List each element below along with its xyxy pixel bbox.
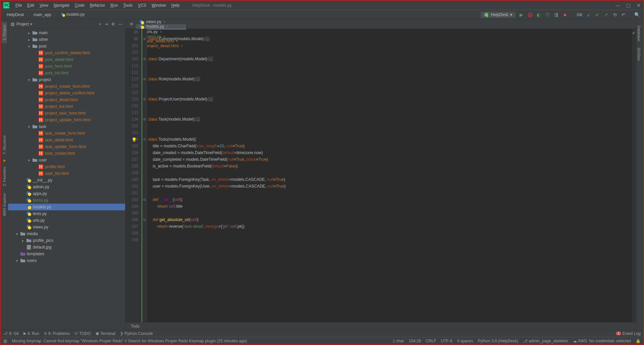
- sidebar-tab-database[interactable]: Database: [636, 23, 642, 44]
- sidebar-tab-favorites[interactable]: 2: Favorites: [2, 164, 7, 189]
- status-aws[interactable]: ☁ AWS: No credentials selected: [573, 339, 631, 343]
- status-interpreter[interactable]: Python 3.8 (HelpDesk): [478, 339, 519, 343]
- stop-icon[interactable]: ■: [562, 12, 568, 17]
- tree-node[interactable]: ▾user: [8, 157, 125, 163]
- tree-node[interactable]: apps.py: [8, 190, 125, 197]
- editor-tab[interactable]: views.py×: [136, 19, 186, 24]
- intention-bulb-icon[interactable]: 💡: [131, 137, 137, 142]
- menu-refactor[interactable]: Refactor: [87, 3, 108, 8]
- tab-close-icon[interactable]: ×: [163, 20, 165, 24]
- run-icon[interactable]: ▶: [518, 12, 524, 17]
- project-tree[interactable]: ▸main▸other▾postHpost_confirm_delete.htm…: [8, 29, 125, 330]
- crumb-file[interactable]: models.py: [58, 11, 88, 18]
- menu-file[interactable]: File: [13, 3, 24, 8]
- concurrent-icon[interactable]: ⇶: [553, 12, 559, 17]
- sidebar-tab-aws[interactable]: AWS Explorer: [2, 190, 7, 219]
- sidebar-tab-project[interactable]: 1: Project: [2, 22, 7, 43]
- tree-node[interactable]: ▾media: [8, 230, 125, 237]
- tree-node[interactable]: Hproject_create_form.html: [8, 83, 125, 90]
- tree-node[interactable]: ▸main: [8, 29, 125, 36]
- tool-run[interactable]: ▶ 4: Run: [23, 331, 39, 336]
- tree-node[interactable]: default.jpg: [8, 244, 125, 251]
- tree-node[interactable]: Htodo_create.html: [8, 150, 125, 157]
- tree-node[interactable]: __init__.py: [8, 177, 125, 184]
- tree-node[interactable]: Hpost_detail.html: [8, 56, 125, 63]
- coverage-icon[interactable]: ◐: [536, 12, 542, 17]
- crumb-project[interactable]: HelpDesk: [4, 12, 27, 18]
- status-indent[interactable]: 4 spaces: [457, 339, 473, 343]
- vcs-history-icon[interactable]: ⟲: [612, 12, 618, 17]
- collapse-all-icon[interactable]: ⇥: [105, 22, 108, 26]
- tree-node[interactable]: ▾users: [8, 257, 125, 264]
- tree-node[interactable]: Hproject_detail.html: [8, 96, 125, 103]
- status-git-branch[interactable]: ⎇ admin_page_skeleton: [523, 339, 568, 343]
- tool-todo[interactable]: ☑ TODO: [74, 331, 91, 336]
- tool-problems[interactable]: ⊘ 6: Problems: [44, 331, 70, 336]
- tree-node[interactable]: Htask_update_form.html: [8, 143, 125, 150]
- vcs-update-icon[interactable]: ↙: [586, 12, 592, 17]
- tree-node[interactable]: Hpost_list.html: [8, 70, 125, 76]
- debug-icon[interactable]: 🐞: [527, 12, 533, 17]
- sidebar-tab-sciview[interactable]: SciView: [636, 45, 642, 63]
- tree-node[interactable]: urls.py: [8, 217, 125, 224]
- menu-view[interactable]: View: [37, 3, 51, 8]
- code-editor[interactable]: 8586101102103111112113121122123132133134…: [125, 29, 636, 322]
- tree-node[interactable]: ▾task: [8, 123, 125, 130]
- menu-code[interactable]: Code: [72, 3, 87, 8]
- event-log[interactable]: 1 Event Log: [616, 331, 641, 336]
- tree-node[interactable]: Htask_create_form.html: [8, 130, 125, 137]
- tree-node[interactable]: Hprofile.html: [8, 163, 125, 170]
- status-caret-pos[interactable]: 154:26: [409, 339, 421, 343]
- tree-node[interactable]: Hpost_confirm_delete.html: [8, 50, 125, 56]
- error-stripe[interactable]: ✔: [632, 29, 636, 322]
- menu-window[interactable]: Window: [149, 3, 169, 8]
- vcs-rollback-icon[interactable]: ↶: [621, 12, 627, 17]
- tool-python-console[interactable]: ❯ Python Console: [120, 331, 153, 336]
- tree-node[interactable]: admin.py: [8, 184, 125, 190]
- status-lock-icon[interactable]: 🔒: [636, 339, 641, 343]
- tree-node[interactable]: ▾post: [8, 43, 125, 50]
- tab-options-icon[interactable]: ✲: [127, 19, 136, 28]
- editor-breadcrumb[interactable]: Todo: [125, 322, 636, 330]
- sidebar-tab-structure[interactable]: 7: Structure: [2, 133, 7, 157]
- menu-navigate[interactable]: Navigate: [51, 3, 72, 8]
- tool-terminal[interactable]: ▣ Terminal: [96, 331, 115, 336]
- tool-git[interactable]: ⎇ 9: Git: [3, 331, 19, 336]
- profile-icon[interactable]: ⏱: [544, 12, 550, 17]
- menu-help[interactable]: Help: [169, 3, 182, 8]
- tree-node[interactable]: Htask_detail.html: [8, 137, 125, 143]
- hide-icon[interactable]: —: [118, 22, 122, 26]
- vcs-commit-icon[interactable]: ✔: [594, 12, 600, 17]
- tree-node[interactable]: ▸other: [8, 36, 125, 43]
- tree-node[interactable]: Hproject_update_form.html: [8, 117, 125, 123]
- status-line-separator[interactable]: CRLF: [426, 339, 436, 343]
- vcs-push-icon[interactable]: ↗: [603, 12, 609, 17]
- project-view-icon[interactable]: ▤: [11, 22, 14, 26]
- menu-tools[interactable]: Tools: [120, 3, 135, 8]
- menu-edit[interactable]: Edit: [24, 3, 37, 8]
- menu-vcs[interactable]: VCS: [135, 3, 149, 8]
- tree-node[interactable]: Hproject_delete_confirm.html: [8, 90, 125, 96]
- settings-icon[interactable]: ⚙: [111, 22, 115, 26]
- maximize-icon[interactable]: ▢: [626, 3, 631, 8]
- minimize-icon[interactable]: —: [615, 3, 620, 8]
- tree-node[interactable]: Hproject_list.html: [8, 103, 125, 110]
- tree-node[interactable]: Hpost_form.html: [8, 63, 125, 70]
- tree-node[interactable]: models.py: [8, 204, 125, 210]
- search-everywhere-icon[interactable]: 🔍: [634, 12, 640, 17]
- locate-icon[interactable]: ⌖: [99, 22, 101, 26]
- tree-node[interactable]: forms.py: [8, 197, 125, 204]
- tree-node[interactable]: ▾project: [8, 76, 125, 83]
- toolwindows-toggle-icon[interactable]: ▥: [3, 339, 7, 343]
- code-text[interactable]: class Comment(models.Model):...class Dep…: [147, 29, 636, 322]
- tree-node[interactable]: views.py: [8, 224, 125, 230]
- tree-node[interactable]: Hproject_task_form.html: [8, 110, 125, 117]
- gutter-fold[interactable]: ⊞⊞⊞⊞⊞⊟⊟⊟: [142, 29, 147, 322]
- status-encoding[interactable]: UTF-8: [441, 339, 452, 343]
- tab-close-icon[interactable]: ×: [166, 24, 168, 28]
- tree-node[interactable]: tests.py: [8, 210, 125, 217]
- tree-node[interactable]: templates: [8, 251, 125, 257]
- crumb-folder[interactable]: main_app: [31, 12, 54, 18]
- tree-node[interactable]: ▸profile_pics: [8, 237, 125, 244]
- menu-run[interactable]: Run: [108, 3, 120, 8]
